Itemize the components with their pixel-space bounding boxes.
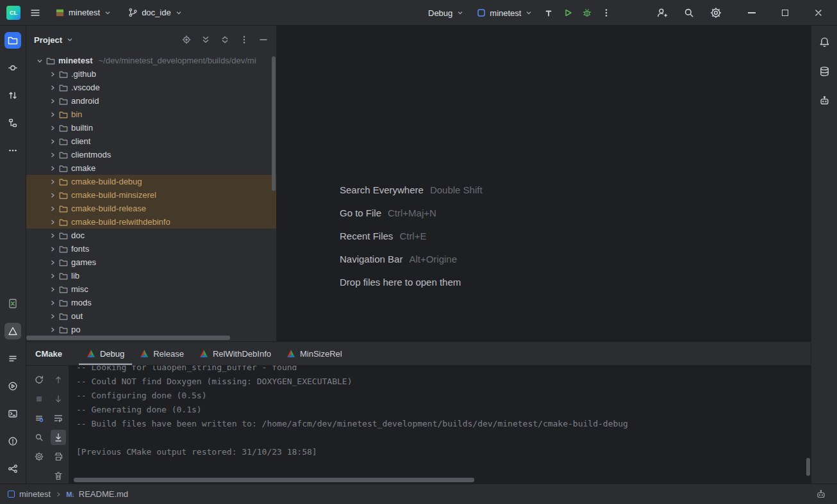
soft-wrap-button[interactable] bbox=[51, 411, 66, 426]
expand-all-icon[interactable] bbox=[201, 35, 211, 45]
run-configuration-selector[interactable]: minetest bbox=[472, 5, 538, 21]
tree-row[interactable]: .github bbox=[26, 67, 276, 81]
cmake-console[interactable]: -- Looking for luaopen_string_buffer - f… bbox=[69, 366, 811, 484]
tool-structure-button[interactable] bbox=[4, 115, 21, 131]
chevron-expanded-icon[interactable] bbox=[37, 58, 43, 64]
tool-problems-button[interactable] bbox=[4, 433, 21, 450]
reload-cmake-button[interactable] bbox=[31, 372, 47, 387]
tree-row[interactable]: po bbox=[26, 323, 276, 336]
console-horizontal-scrollbar[interactable] bbox=[74, 478, 474, 482]
tool-todo-button[interactable] bbox=[4, 350, 21, 367]
chevron-collapsed-icon[interactable] bbox=[49, 152, 56, 158]
chevron-collapsed-icon[interactable] bbox=[49, 300, 56, 306]
print-button[interactable] bbox=[51, 449, 66, 464]
more-actions-button[interactable] bbox=[598, 4, 615, 21]
tool-terminal-button[interactable] bbox=[4, 405, 21, 422]
cmake-tab[interactable]: RelWithDebInfo bbox=[192, 342, 279, 365]
debug-button[interactable] bbox=[579, 4, 595, 21]
chevron-collapsed-icon[interactable] bbox=[49, 138, 56, 145]
chevron-down-icon[interactable] bbox=[66, 36, 74, 44]
tree-row[interactable]: games bbox=[26, 256, 276, 269]
chevron-collapsed-icon[interactable] bbox=[49, 85, 56, 91]
run-button[interactable] bbox=[559, 4, 576, 21]
tool-version-control-button[interactable] bbox=[4, 460, 21, 477]
more-vertical-icon[interactable] bbox=[239, 35, 249, 45]
close-button[interactable] bbox=[810, 4, 827, 21]
chevron-collapsed-icon[interactable] bbox=[49, 111, 56, 118]
maximize-button[interactable] bbox=[777, 4, 793, 21]
ai-assistant-status-button[interactable] bbox=[813, 486, 829, 503]
tree-row[interactable]: fonts bbox=[26, 242, 276, 256]
chevron-collapsed-icon[interactable] bbox=[49, 327, 56, 333]
tool-run-button[interactable] bbox=[4, 378, 21, 394]
prev-message-button[interactable] bbox=[51, 372, 66, 387]
chevron-collapsed-icon[interactable] bbox=[49, 286, 56, 293]
minimize-button[interactable] bbox=[743, 4, 760, 21]
tool-pull-requests-button[interactable] bbox=[4, 87, 21, 104]
clear-all-button[interactable] bbox=[51, 468, 66, 484]
console-vertical-scrollbar[interactable] bbox=[806, 458, 810, 476]
chevron-collapsed-icon[interactable] bbox=[49, 273, 56, 279]
tree-row[interactable]: misc bbox=[26, 282, 276, 296]
tree-row[interactable]: cmake-build-minsizerel bbox=[26, 188, 276, 202]
tree-row[interactable]: cmake-build-release bbox=[26, 202, 276, 215]
cmake-tab[interactable]: Release bbox=[132, 342, 192, 365]
cmake-tab[interactable]: MinSizeRel bbox=[279, 342, 350, 365]
breadcrumb-project[interactable]: minetest bbox=[19, 489, 51, 499]
scroll-to-end-button[interactable] bbox=[51, 430, 66, 445]
vcs-branch-widget[interactable]: doc_ide bbox=[123, 4, 188, 20]
tool-more-button[interactable] bbox=[4, 142, 21, 159]
chevron-collapsed-icon[interactable] bbox=[49, 165, 56, 172]
chevron-collapsed-icon[interactable] bbox=[49, 125, 56, 131]
tree-row[interactable]: cmake-build-debug bbox=[26, 175, 276, 188]
project-widget[interactable]: minetest bbox=[50, 4, 117, 20]
console-settings-button[interactable] bbox=[31, 449, 47, 464]
project-horizontal-scrollbar[interactable] bbox=[26, 336, 230, 340]
chevron-collapsed-icon[interactable] bbox=[49, 98, 56, 104]
tree-row[interactable]: bin bbox=[26, 108, 276, 121]
chevron-collapsed-icon[interactable] bbox=[49, 206, 56, 212]
build-button[interactable] bbox=[540, 4, 557, 21]
settings-button[interactable] bbox=[708, 4, 724, 21]
tree-row[interactable]: cmake bbox=[26, 161, 276, 175]
project-vertical-scrollbar[interactable] bbox=[272, 56, 276, 191]
search-everywhere-button[interactable] bbox=[681, 4, 697, 21]
chevron-collapsed-icon[interactable] bbox=[49, 192, 56, 199]
tree-row[interactable]: lib bbox=[26, 269, 276, 282]
tree-row[interactable]: mods bbox=[26, 296, 276, 309]
tool-project-button[interactable] bbox=[4, 32, 21, 49]
chevron-collapsed-icon[interactable] bbox=[49, 219, 56, 225]
chevron-collapsed-icon[interactable] bbox=[49, 232, 56, 239]
stop-button[interactable] bbox=[31, 391, 47, 407]
chevron-collapsed-icon[interactable] bbox=[49, 179, 56, 185]
ai-assistant-button[interactable] bbox=[816, 92, 833, 109]
tree-row[interactable]: cmake-build-relwithdebinfo bbox=[26, 215, 276, 229]
collapse-all-icon[interactable] bbox=[220, 35, 230, 45]
chevron-collapsed-icon[interactable] bbox=[49, 259, 56, 266]
next-message-button[interactable] bbox=[51, 391, 66, 407]
tool-cmake-button[interactable] bbox=[4, 323, 21, 339]
notifications-button[interactable] bbox=[816, 33, 833, 50]
code-with-me-button[interactable] bbox=[654, 4, 670, 21]
main-menu-button[interactable] bbox=[27, 4, 44, 21]
tree-root-row[interactable]: minetest ~/dev/minetest_development/buil… bbox=[26, 54, 276, 67]
chevron-collapsed-icon[interactable] bbox=[49, 246, 56, 252]
breadcrumb-file[interactable]: README.md bbox=[79, 489, 128, 499]
hide-panel-icon[interactable] bbox=[258, 35, 269, 45]
chevron-collapsed-icon[interactable] bbox=[49, 71, 56, 77]
tool-commit-button[interactable] bbox=[4, 60, 21, 76]
open-in-editor-button[interactable] bbox=[31, 430, 47, 445]
chevron-collapsed-icon[interactable] bbox=[49, 313, 56, 320]
tree-row[interactable]: android bbox=[26, 94, 276, 108]
project-panel-title[interactable]: Project bbox=[34, 35, 62, 45]
database-button[interactable] bbox=[816, 63, 833, 79]
locate-file-icon[interactable] bbox=[181, 35, 192, 45]
tree-row[interactable]: doc bbox=[26, 229, 276, 242]
cmake-settings-button[interactable] bbox=[31, 411, 47, 426]
build-type-selector[interactable]: Debug bbox=[423, 5, 469, 21]
tool-x-file-button[interactable] bbox=[4, 295, 21, 312]
tree-row[interactable]: builtin bbox=[26, 121, 276, 134]
tree-row[interactable]: client bbox=[26, 134, 276, 148]
cmake-tab[interactable]: Debug bbox=[79, 342, 132, 365]
tree-row[interactable]: clientmods bbox=[26, 148, 276, 161]
